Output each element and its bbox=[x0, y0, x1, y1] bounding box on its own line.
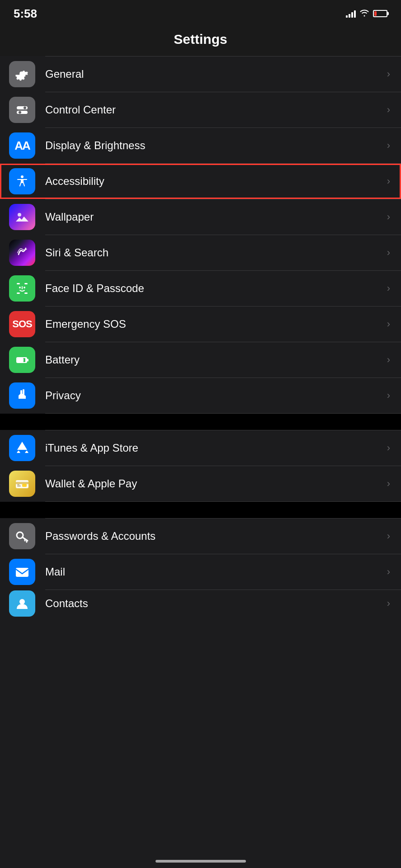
status-bar: 5:58 bbox=[0, 0, 401, 24]
svg-rect-2 bbox=[17, 111, 28, 114]
svg-rect-26 bbox=[16, 568, 28, 577]
svg-point-27 bbox=[19, 599, 25, 604]
general-icon-wrapper bbox=[9, 61, 35, 87]
faceid-icon bbox=[14, 280, 30, 297]
faceid-icon-wrapper bbox=[9, 275, 35, 302]
control-center-label: Control Center bbox=[45, 104, 383, 116]
svg-rect-15 bbox=[27, 359, 28, 362]
settings-item-emergency-sos[interactable]: SOS Emergency SOS › bbox=[0, 307, 401, 342]
accessibility-icon-wrapper bbox=[9, 168, 35, 194]
wifi-icon bbox=[359, 9, 369, 19]
svg-rect-20 bbox=[17, 486, 21, 486]
mail-icon-wrapper bbox=[9, 559, 35, 585]
settings-item-passwords[interactable]: Passwords & Accounts › bbox=[0, 519, 401, 554]
siri-chevron: › bbox=[387, 247, 390, 259]
home-indicator bbox=[156, 860, 246, 863]
battery-icon bbox=[373, 10, 387, 17]
siri-label: Siri & Search bbox=[45, 246, 383, 259]
wallpaper-chevron: › bbox=[387, 211, 390, 223]
settings-item-wallpaper[interactable]: Wallpaper › bbox=[0, 199, 401, 235]
accessibility-icon bbox=[14, 173, 30, 189]
signal-icon bbox=[346, 9, 356, 18]
svg-point-5 bbox=[18, 213, 21, 217]
sos-icon-wrapper: SOS bbox=[9, 311, 35, 337]
settings-item-accessibility[interactable]: Accessibility › bbox=[0, 164, 401, 199]
settings-item-appstore[interactable]: iTunes & App Store › bbox=[0, 430, 401, 466]
svg-point-3 bbox=[19, 111, 21, 114]
battery-chevron: › bbox=[387, 354, 390, 366]
settings-header: Settings bbox=[0, 24, 401, 56]
wallpaper-icon-wrapper bbox=[9, 204, 35, 230]
settings-item-privacy[interactable]: Privacy › bbox=[0, 378, 401, 413]
svg-rect-9 bbox=[24, 292, 28, 294]
sos-icon: SOS bbox=[12, 318, 32, 330]
hand-icon bbox=[14, 387, 30, 404]
settings-section-1: General › Control Center › AA Display & … bbox=[0, 56, 401, 414]
wallet-icon-wrapper bbox=[9, 471, 35, 497]
settings-section-2: iTunes & App Store › Wallet & Apple Pay … bbox=[0, 430, 401, 502]
svg-rect-18 bbox=[16, 482, 28, 484]
appstore-label: iTunes & App Store bbox=[45, 442, 383, 454]
svg-point-10 bbox=[19, 287, 21, 288]
settings-item-wallet[interactable]: Wallet & Apple Pay › bbox=[0, 466, 401, 501]
mail-icon bbox=[14, 564, 30, 580]
privacy-chevron: › bbox=[387, 390, 390, 401]
control-center-chevron: › bbox=[387, 104, 390, 116]
wallet-label: Wallet & Apple Pay bbox=[45, 477, 383, 490]
control-center-icon-wrapper bbox=[9, 97, 35, 123]
settings-section-3: Passwords & Accounts › Mail › Contacts › bbox=[0, 518, 401, 617]
settings-item-mail[interactable]: Mail › bbox=[0, 554, 401, 590]
sos-chevron: › bbox=[387, 318, 390, 330]
passwords-label: Passwords & Accounts bbox=[45, 530, 383, 542]
svg-rect-21 bbox=[17, 484, 19, 485]
display-label: Display & Brightness bbox=[45, 139, 383, 152]
wallpaper-icon bbox=[14, 209, 30, 225]
svg-point-1 bbox=[24, 107, 26, 109]
svg-rect-6 bbox=[17, 283, 20, 284]
wallet-chevron: › bbox=[387, 478, 390, 490]
general-chevron: › bbox=[387, 68, 390, 80]
faceid-chevron: › bbox=[387, 283, 390, 294]
settings-item-battery[interactable]: Battery › bbox=[0, 342, 401, 377]
contacts-chevron: › bbox=[387, 598, 390, 609]
privacy-label: Privacy bbox=[45, 389, 383, 402]
svg-rect-7 bbox=[24, 283, 28, 284]
section-divider-2 bbox=[0, 502, 401, 518]
settings-item-control-center[interactable]: Control Center › bbox=[0, 92, 401, 127]
key-icon bbox=[14, 528, 30, 544]
sos-label: Emergency SOS bbox=[45, 318, 383, 330]
general-label: General bbox=[45, 68, 383, 80]
svg-point-4 bbox=[21, 175, 24, 178]
appstore-icon bbox=[14, 440, 30, 456]
display-chevron: › bbox=[387, 140, 390, 151]
gear-icon bbox=[14, 66, 30, 82]
settings-item-contacts[interactable]: Contacts › bbox=[0, 590, 401, 617]
siri-icon bbox=[14, 245, 30, 261]
toggle-icon bbox=[14, 102, 30, 118]
contacts-icon-wrapper bbox=[9, 590, 35, 617]
appstore-icon-wrapper bbox=[9, 435, 35, 461]
settings-item-general[interactable]: General › bbox=[0, 57, 401, 92]
settings-item-faceid[interactable]: Face ID & Passcode › bbox=[0, 271, 401, 306]
siri-icon-wrapper bbox=[9, 240, 35, 266]
display-icon-wrapper: AA bbox=[9, 132, 35, 159]
svg-point-11 bbox=[24, 287, 25, 288]
settings-item-display-brightness[interactable]: AA Display & Brightness › bbox=[0, 128, 401, 163]
battery-label: Battery bbox=[45, 354, 383, 366]
aa-icon: AA bbox=[14, 139, 30, 153]
settings-item-siri[interactable]: Siri & Search › bbox=[0, 235, 401, 270]
mail-chevron: › bbox=[387, 566, 390, 578]
svg-rect-16 bbox=[17, 358, 24, 362]
wallet-icon bbox=[14, 476, 30, 492]
faceid-label: Face ID & Passcode bbox=[45, 282, 383, 295]
svg-rect-19 bbox=[22, 484, 27, 487]
passwords-icon-wrapper bbox=[9, 523, 35, 549]
status-time: 5:58 bbox=[14, 7, 37, 21]
contacts-label: Contacts bbox=[45, 597, 383, 610]
status-icons bbox=[346, 9, 387, 19]
section-divider-1 bbox=[0, 414, 401, 430]
appstore-chevron: › bbox=[387, 442, 390, 454]
privacy-icon-wrapper bbox=[9, 382, 35, 409]
svg-rect-8 bbox=[17, 292, 20, 294]
passwords-chevron: › bbox=[387, 530, 390, 542]
